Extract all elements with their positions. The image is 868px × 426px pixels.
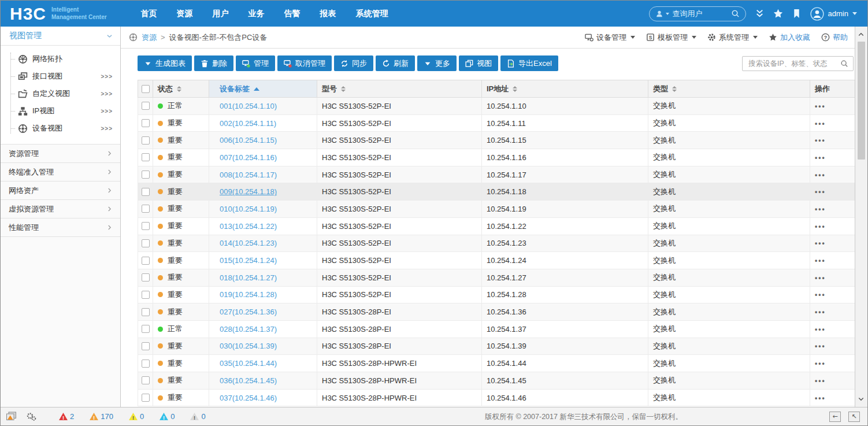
- top-menu-item[interactable]: 业务: [239, 1, 275, 27]
- bookmark-icon[interactable]: [792, 9, 802, 18]
- row-checkbox[interactable]: [142, 342, 150, 350]
- h3c-logo[interactable]: H3C Intelligent Management Center: [1, 5, 107, 23]
- row-actions-button[interactable]: •••: [815, 257, 826, 265]
- alarm-count[interactable]: 0: [201, 412, 205, 421]
- alarm-count-item[interactable]: !0: [159, 412, 175, 421]
- scroll-up-arrow[interactable]: [857, 31, 865, 38]
- device-label-link[interactable]: 030(10.254.1.39): [220, 342, 277, 350]
- search-icon[interactable]: [840, 60, 848, 68]
- row-actions-button[interactable]: •••: [815, 205, 826, 213]
- column-header-device-label[interactable]: 设备标签: [209, 80, 317, 98]
- sidebar-section[interactable]: 性能管理: [1, 218, 120, 237]
- row-actions-button[interactable]: •••: [815, 136, 826, 145]
- expand-more-arrows[interactable]: >>>: [101, 108, 113, 114]
- device-label-link[interactable]: 006(10.254.1.15): [220, 136, 277, 145]
- sidebar-tree-item[interactable]: IP视图>>>: [1, 102, 120, 120]
- device-label-link[interactable]: 018(10.254.1.27): [220, 273, 277, 282]
- alarm-count[interactable]: 2: [70, 412, 74, 421]
- row-actions-button[interactable]: •••: [815, 308, 826, 316]
- row-checkbox[interactable]: [142, 102, 150, 110]
- row-actions-button[interactable]: •••: [815, 171, 826, 179]
- user-menu[interactable]: admin: [810, 7, 857, 21]
- top-menu-item[interactable]: 系统管理: [346, 1, 398, 27]
- device-label-link[interactable]: 001(10.254.1.10): [220, 102, 277, 110]
- page-action[interactable]: ?帮助: [821, 32, 848, 43]
- device-label-link[interactable]: 037(10.254.1.46): [220, 394, 277, 402]
- user-search[interactable]: [649, 6, 746, 21]
- back-button[interactable]: ←: [829, 412, 841, 422]
- device-label-link[interactable]: 014(10.254.1.23): [220, 239, 277, 247]
- expand-more-arrows[interactable]: >>>: [101, 125, 113, 132]
- scrollbar-thumb[interactable]: [858, 42, 865, 160]
- chevron-down-icon[interactable]: [666, 13, 669, 15]
- device-search[interactable]: [742, 56, 854, 71]
- page-action[interactable]: 设备管理: [585, 32, 635, 43]
- top-menu-item[interactable]: 首页: [131, 1, 167, 27]
- top-menu-item[interactable]: 资源: [167, 1, 203, 27]
- settings-tools-icon[interactable]: [26, 412, 37, 421]
- toolbar-button[interactable]: 更多: [417, 55, 457, 71]
- column-header-model[interactable]: 型号: [317, 80, 482, 98]
- page-action[interactable]: 加入收藏: [769, 32, 810, 43]
- toolbar-button[interactable]: 取消管理: [277, 55, 332, 71]
- expand-more-arrows[interactable]: >>>: [101, 91, 113, 97]
- sidebar-section[interactable]: 终端准入管理: [1, 162, 120, 181]
- page-action[interactable]: S模板管理: [646, 32, 696, 43]
- row-checkbox[interactable]: [142, 136, 150, 145]
- row-actions-button[interactable]: •••: [815, 154, 826, 162]
- device-label-link[interactable]: 019(10.254.1.28): [220, 290, 277, 299]
- sidebar-tree-item[interactable]: 接口视图>>>: [1, 68, 120, 85]
- row-checkbox[interactable]: [142, 360, 150, 368]
- row-checkbox[interactable]: [142, 205, 150, 213]
- alarm-count[interactable]: 0: [170, 412, 175, 421]
- sidebar-section[interactable]: 资源管理: [1, 144, 120, 162]
- row-actions-button[interactable]: •••: [815, 102, 826, 110]
- device-label-link[interactable]: 010(10.254.1.19): [220, 205, 277, 213]
- row-actions-button[interactable]: •••: [815, 120, 826, 128]
- star-icon[interactable]: [773, 9, 783, 18]
- alarm-count-item[interactable]: !2: [59, 412, 74, 421]
- row-checkbox[interactable]: [142, 188, 150, 196]
- device-label-link[interactable]: 013(10.254.1.22): [220, 222, 277, 231]
- row-checkbox[interactable]: [142, 119, 150, 127]
- toolbar-button[interactable]: 导出Excel: [500, 55, 558, 71]
- toolbar-button[interactable]: 生成图表: [138, 55, 192, 71]
- search-icon[interactable]: [731, 9, 740, 18]
- toolbar-button[interactable]: 视图: [459, 55, 498, 71]
- sidebar-title-view-management[interactable]: 视图管理: [1, 27, 120, 46]
- row-checkbox[interactable]: [142, 394, 150, 402]
- row-actions-button[interactable]: •••: [815, 239, 826, 247]
- row-checkbox[interactable]: [142, 376, 150, 384]
- device-label-link[interactable]: 007(10.254.1.16): [220, 153, 277, 162]
- row-checkbox[interactable]: [142, 153, 150, 161]
- column-header-ip[interactable]: IP地址: [482, 80, 648, 98]
- row-actions-button[interactable]: •••: [815, 274, 826, 282]
- device-label-link[interactable]: 015(10.254.1.24): [220, 256, 277, 265]
- row-checkbox[interactable]: [142, 325, 150, 333]
- device-label-link[interactable]: 028(10.254.1.37): [220, 325, 277, 334]
- scroll-down-arrow[interactable]: [857, 395, 865, 402]
- device-label-link[interactable]: 027(10.254.1.36): [220, 308, 277, 316]
- alarm-count-item[interactable]: !0: [190, 412, 205, 421]
- alarm-count-item[interactable]: !0: [129, 412, 144, 421]
- device-label-link[interactable]: 035(10.254.1.44): [220, 359, 277, 368]
- row-actions-button[interactable]: •••: [815, 223, 826, 231]
- return-top-left-button[interactable]: ↖: [848, 412, 860, 422]
- row-actions-button[interactable]: •••: [815, 188, 826, 196]
- breadcrumb-root-link[interactable]: 资源: [142, 32, 157, 43]
- row-checkbox[interactable]: [142, 222, 150, 230]
- select-all-checkbox[interactable]: [142, 85, 150, 93]
- page-action[interactable]: 系统管理: [707, 32, 758, 43]
- toolbar-button[interactable]: 刷新: [376, 55, 415, 71]
- device-label-link[interactable]: 008(10.254.1.17): [220, 171, 277, 179]
- row-checkbox[interactable]: [142, 308, 150, 316]
- toolbar-button[interactable]: 删除: [194, 55, 233, 71]
- toolbar-button[interactable]: 管理: [236, 55, 275, 71]
- row-actions-button[interactable]: •••: [815, 360, 826, 368]
- top-menu-item[interactable]: 报表: [310, 1, 346, 27]
- row-checkbox[interactable]: [142, 257, 150, 265]
- device-search-input[interactable]: [747, 59, 840, 68]
- row-checkbox[interactable]: [142, 171, 150, 179]
- column-header-type[interactable]: 类型: [648, 80, 810, 98]
- sidebar-tree-item[interactable]: 网络拓扑: [1, 50, 120, 68]
